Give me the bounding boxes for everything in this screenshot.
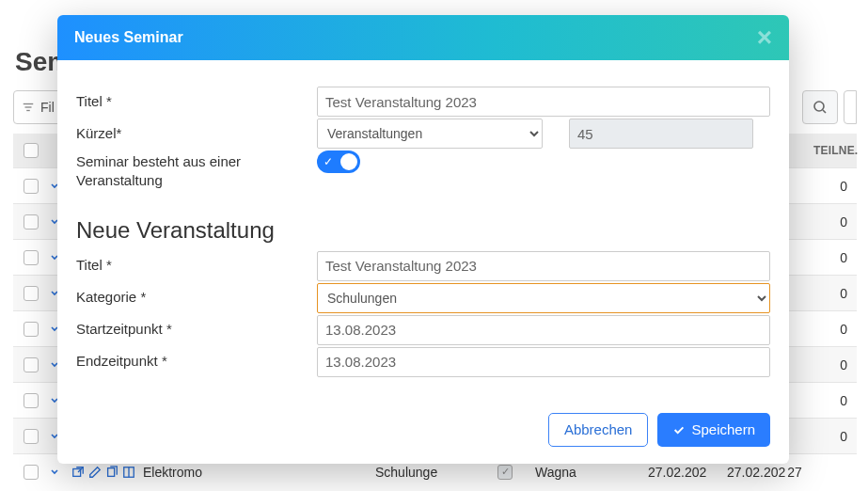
modal-header: Neues Seminar × <box>57 15 789 60</box>
check-icon <box>672 423 686 436</box>
event-start-input[interactable] <box>317 315 770 345</box>
toggle-knob <box>340 153 357 170</box>
kuerzel-number-input <box>569 119 753 149</box>
close-icon[interactable]: × <box>757 24 772 51</box>
event-kategorie-select[interactable]: Schulungen <box>317 283 770 313</box>
cancel-button[interactable]: Abbrechen <box>548 413 649 447</box>
label-titel: Titel * <box>76 92 317 111</box>
new-seminar-modal: Neues Seminar × Titel * Kürzel* Veransta… <box>57 15 789 464</box>
event-titel-input[interactable] <box>317 251 770 281</box>
single-event-toggle[interactable]: ✓ <box>317 150 360 173</box>
save-label: Speichern <box>691 421 755 437</box>
cancel-label: Abbrechen <box>564 421 633 437</box>
save-button[interactable]: Speichern <box>657 413 770 447</box>
modal-title: Neues Seminar <box>74 29 183 46</box>
titel-input[interactable] <box>317 87 770 117</box>
modal-body: Titel * Kürzel* Veranstaltungen Seminar … <box>57 60 789 396</box>
label-v-kategorie: Kategorie * <box>76 288 317 307</box>
label-v-titel: Titel * <box>76 256 317 275</box>
label-single-event: Seminar besteht aus einer Veranstaltung <box>76 150 317 191</box>
section-new-event: Neue Veranstaltung <box>76 217 770 244</box>
event-end-input[interactable] <box>317 347 770 377</box>
label-kuerzel: Kürzel* <box>76 124 317 143</box>
kuerzel-type-select[interactable]: Veranstaltungen <box>317 119 543 149</box>
modal-footer: Abbrechen Speichern <box>57 396 789 464</box>
label-v-start: Startzeitpunkt * <box>76 320 317 339</box>
label-v-end: Endzeitpunkt * <box>76 352 317 371</box>
check-icon: ✓ <box>324 155 333 168</box>
